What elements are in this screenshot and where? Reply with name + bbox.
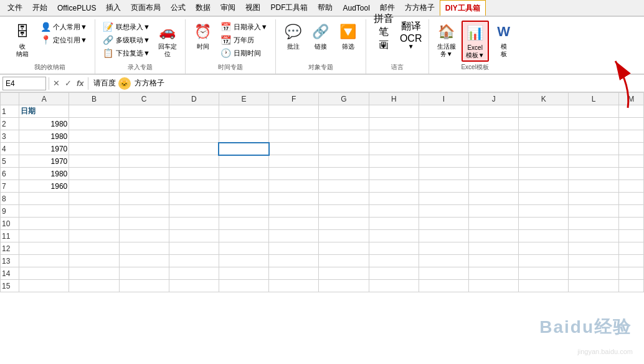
- cell-5-0[interactable]: 1970: [19, 155, 69, 168]
- cell-11-12[interactable]: [618, 230, 643, 242]
- cell-1-8[interactable]: [419, 105, 468, 118]
- cell-13-7[interactable]: [369, 255, 419, 267]
- cell-9-0[interactable]: [19, 205, 69, 218]
- cell-9-6[interactable]: [319, 205, 369, 218]
- menu-review[interactable]: 审阅: [215, 0, 240, 16]
- cell-15-2[interactable]: [119, 280, 169, 292]
- cell-14-3[interactable]: [169, 267, 219, 280]
- btn-date-entry[interactable]: 📅 日期录入▼: [218, 21, 270, 33]
- col-header-H[interactable]: H: [369, 93, 419, 105]
- cell-9-10[interactable]: [519, 205, 569, 218]
- cell-2-4[interactable]: [219, 118, 268, 130]
- cell-14-5[interactable]: [269, 267, 319, 280]
- menu-pdf[interactable]: PDF工具箱: [265, 0, 313, 16]
- cell-3-12[interactable]: [618, 130, 643, 143]
- cell-14-9[interactable]: [469, 267, 519, 280]
- cell-13-0[interactable]: [19, 255, 69, 267]
- cell-12-9[interactable]: [469, 242, 519, 255]
- btn-multilevel[interactable]: 🔗 多级联动▼: [100, 34, 153, 46]
- menu-diy[interactable]: DIY工具箱: [440, 0, 486, 16]
- btn-time[interactable]: ⏰ 时间: [191, 21, 215, 52]
- cell-1-12[interactable]: [618, 105, 643, 118]
- cell-7-7[interactable]: [369, 180, 419, 193]
- cell-8-10[interactable]: [519, 193, 569, 205]
- cell-14-4[interactable]: [219, 267, 268, 280]
- menu-file[interactable]: 文件: [2, 0, 27, 16]
- menu-data[interactable]: 数据: [191, 0, 215, 16]
- cell-5-5[interactable]: [269, 155, 319, 168]
- row-header-8[interactable]: 8: [1, 193, 19, 205]
- cell-4-9[interactable]: [469, 143, 519, 155]
- col-header-F[interactable]: F: [269, 93, 319, 105]
- cell-5-1[interactable]: [69, 155, 119, 168]
- cell-10-7[interactable]: [369, 218, 419, 230]
- cell-4-10[interactable]: [519, 143, 569, 155]
- cell-2-1[interactable]: [69, 118, 119, 130]
- cell-15-3[interactable]: [169, 280, 219, 292]
- cell-1-1[interactable]: [69, 105, 119, 118]
- cell-10-12[interactable]: [618, 218, 643, 230]
- cell-5-9[interactable]: [469, 155, 519, 168]
- cell-9-7[interactable]: [369, 205, 419, 218]
- cell-3-4[interactable]: [219, 130, 268, 143]
- cell-3-3[interactable]: [169, 130, 219, 143]
- cell-15-8[interactable]: [419, 280, 468, 292]
- cell-15-9[interactable]: [469, 280, 519, 292]
- cell-7-1[interactable]: [69, 180, 119, 193]
- cell-2-2[interactable]: [119, 118, 169, 130]
- col-header-G[interactable]: G: [319, 93, 369, 105]
- cell-14-2[interactable]: [119, 267, 169, 280]
- cell-12-3[interactable]: [169, 242, 219, 255]
- cell-10-2[interactable]: [119, 218, 169, 230]
- cell-2-6[interactable]: [319, 118, 369, 130]
- cell-7-0[interactable]: 1960: [19, 180, 69, 193]
- cell-11-5[interactable]: [269, 230, 319, 242]
- cell-2-3[interactable]: [169, 118, 219, 130]
- cell-9-12[interactable]: [618, 205, 643, 218]
- cell-1-10[interactable]: [519, 105, 569, 118]
- cell-8-6[interactable]: [319, 193, 369, 205]
- cell-11-6[interactable]: [319, 230, 369, 242]
- cell-6-11[interactable]: [569, 168, 618, 180]
- row-header-12[interactable]: 12: [1, 242, 19, 255]
- cell-6-7[interactable]: [369, 168, 419, 180]
- cell-8-8[interactable]: [419, 193, 468, 205]
- cell-10-6[interactable]: [319, 218, 369, 230]
- cell-7-3[interactable]: [169, 180, 219, 193]
- btn-inbox[interactable]: 🗄 收纳箱: [10, 21, 35, 59]
- cell-3-1[interactable]: [69, 130, 119, 143]
- cell-6-3[interactable]: [169, 168, 219, 180]
- cell-4-4[interactable]: [219, 143, 268, 155]
- confirm-icon[interactable]: ✓: [64, 79, 73, 88]
- cell-3-2[interactable]: [119, 130, 169, 143]
- cell-1-0[interactable]: 日期: [19, 105, 69, 118]
- col-header-K[interactable]: K: [519, 93, 569, 105]
- cell-3-6[interactable]: [319, 130, 369, 143]
- cell-7-6[interactable]: [319, 180, 369, 193]
- btn-life-service[interactable]: 🏠 生活服务▼: [434, 21, 459, 59]
- btn-calendar[interactable]: 📆 万年历: [218, 34, 270, 46]
- cell-15-5[interactable]: [269, 280, 319, 292]
- btn-assoc-entry[interactable]: 📝 联想录入▼: [100, 21, 153, 33]
- btn-comment[interactable]: 💬 批注: [281, 21, 306, 52]
- cell-1-9[interactable]: [469, 105, 519, 118]
- cell-13-6[interactable]: [319, 255, 369, 267]
- col-header-I[interactable]: I: [419, 93, 468, 105]
- cell-3-10[interactable]: [519, 130, 569, 143]
- cell-10-8[interactable]: [419, 218, 468, 230]
- cell-11-8[interactable]: [419, 230, 468, 242]
- row-header-3[interactable]: 3: [1, 130, 19, 143]
- cell-13-12[interactable]: [618, 255, 643, 267]
- cell-11-0[interactable]: [19, 230, 69, 242]
- cell-13-3[interactable]: [169, 255, 219, 267]
- formula-input[interactable]: 请百度 🐱 方方格子: [91, 77, 642, 90]
- cell-10-10[interactable]: [519, 218, 569, 230]
- btn-dropdown-check[interactable]: 📋 下拉复选▼: [100, 47, 153, 59]
- cell-12-2[interactable]: [119, 242, 169, 255]
- cell-2-8[interactable]: [419, 118, 468, 130]
- menu-audtool[interactable]: AudTool: [338, 0, 374, 16]
- btn-datetime[interactable]: 🕐 日期时间: [218, 47, 270, 59]
- cell-8-5[interactable]: [269, 193, 319, 205]
- cell-4-2[interactable]: [119, 143, 169, 155]
- btn-filter[interactable]: 🔽 筛选: [336, 21, 361, 52]
